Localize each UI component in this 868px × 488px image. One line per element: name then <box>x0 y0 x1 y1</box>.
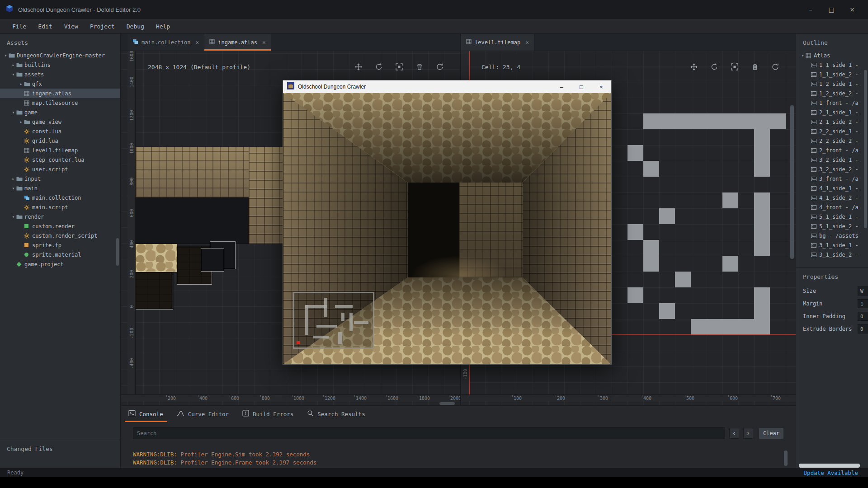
asset-item-render[interactable]: ▾ render <box>0 212 120 221</box>
asset-item-game-view[interactable]: ▸ game_view <box>0 117 120 127</box>
atlas-image-thumbnail[interactable] <box>136 147 249 197</box>
minimize-button[interactable]: – <box>800 0 821 19</box>
outline-item-2-2-side-1[interactable]: 2_2_side_1 - <box>796 127 868 136</box>
vertical-scrollbar[interactable] <box>790 105 794 259</box>
asset-item-input[interactable]: ▸ input <box>0 174 120 183</box>
clear-button[interactable]: Clear <box>759 427 784 439</box>
menu-file[interactable]: File <box>6 19 32 33</box>
outline-item-3-front-a[interactable]: 3_front - /a <box>796 174 868 183</box>
chevron-down-icon[interactable]: ▾ <box>3 53 9 58</box>
asset-item-const-lua[interactable]: const.lua <box>0 127 120 136</box>
asset-item-custom-render[interactable]: custom.render <box>0 221 120 231</box>
asset-item-main-collection[interactable]: main.collection <box>0 193 120 202</box>
outline-item-bg-assets[interactable]: bg - /assets <box>796 231 868 240</box>
search-next-button[interactable]: › <box>743 428 753 439</box>
asset-item-grid-lua[interactable]: grid.lua <box>0 136 120 145</box>
game-close-button[interactable]: × <box>591 80 611 93</box>
chevron-down-icon[interactable]: ▾ <box>10 110 16 115</box>
bottom-tab-curve-editor[interactable]: Curve Editor <box>177 406 229 422</box>
asset-item-game-project[interactable]: game.project <box>0 259 120 269</box>
update-available-link[interactable]: Update Available <box>804 469 858 476</box>
frame-tool-button[interactable] <box>729 62 741 74</box>
asset-item-level1-tilemap[interactable]: level1.tilemap <box>0 145 120 155</box>
rotate-tool-button[interactable] <box>708 62 720 74</box>
game-viewport[interactable] <box>283 93 611 364</box>
tab-ingame-atlas[interactable]: ingame.atlas × <box>204 34 271 51</box>
chevron-down-icon[interactable]: ▾ <box>800 53 806 58</box>
title-bar[interactable]: Oldschool Dungeon Crawler - Defold Edito… <box>0 0 868 19</box>
chevron-down-icon[interactable]: ▾ <box>10 214 16 219</box>
outline-scrollbar[interactable] <box>864 70 867 228</box>
asset-item-assets[interactable]: ▾ assets <box>0 70 120 79</box>
maximize-button[interactable]: □ <box>821 0 842 19</box>
move-tool-button[interactable] <box>353 62 364 74</box>
tab-close-icon[interactable]: × <box>525 39 529 46</box>
outline-item-4-1-side-2[interactable]: 4_1_side_2 - <box>796 193 868 202</box>
bottom-tab-search-results[interactable]: Search Results <box>307 406 365 422</box>
bottom-tab-build-errors[interactable]: Build Errors <box>242 406 293 422</box>
close-button[interactable]: × <box>842 0 863 19</box>
chevron-down-icon[interactable]: ▾ <box>10 72 16 77</box>
asset-item-main-script[interactable]: main.script <box>0 202 120 212</box>
menu-edit[interactable]: Edit <box>32 19 58 33</box>
outline-item-2-2-side-2[interactable]: 2_2_side_2 - <box>796 136 868 145</box>
property-field[interactable]: 0 <box>858 324 868 333</box>
atlas-image-thumbnail[interactable] <box>136 244 177 272</box>
console-scrollbar[interactable] <box>784 450 788 466</box>
outline-item-3-1-side-2[interactable]: 3_1_side_2 - <box>796 250 868 259</box>
bottom-tab-console[interactable]: Console <box>128 406 163 422</box>
chevron-right-icon[interactable]: ▸ <box>18 119 24 124</box>
asset-item-user-script[interactable]: user.script <box>0 164 120 174</box>
outline-item-3-2-side-1[interactable]: 3_2_side_1 - <box>796 155 868 164</box>
atlas-image-thumbnail[interactable] <box>136 272 173 309</box>
asset-item-game[interactable]: ▾ game <box>0 108 120 117</box>
atlas-image-thumbnail[interactable] <box>201 249 224 271</box>
outline-item-1-2-side-2[interactable]: 1_2_side_2 - <box>796 89 868 98</box>
outline-item-2-front-a[interactable]: 2_front - /a <box>796 145 868 155</box>
chevron-right-icon[interactable]: ▸ <box>10 62 16 67</box>
property-field[interactable]: W <box>858 286 868 296</box>
frame-tool-button[interactable] <box>393 62 405 74</box>
chevron-right-icon[interactable]: ▸ <box>18 81 24 86</box>
refresh-tool-button[interactable] <box>769 62 781 74</box>
tab-close-icon[interactable]: × <box>195 39 199 46</box>
outline-item-1-front-a[interactable]: 1_front - /a <box>796 98 868 108</box>
refresh-tool-button[interactable] <box>434 62 446 74</box>
search-prev-button[interactable]: ‹ <box>729 428 739 439</box>
chevron-down-icon[interactable]: ▾ <box>10 186 16 191</box>
outline-item-2-1-side-2[interactable]: 2_1_side_2 - <box>796 117 868 127</box>
console-search-input[interactable] <box>133 427 725 439</box>
outline-root-atlas[interactable]: ▾ Atlas <box>796 51 868 60</box>
asset-item-gfx[interactable]: ▸ gfx <box>0 79 120 89</box>
game-window-title-bar[interactable]: Oldschool Dungeon Crawler – □ × <box>283 80 611 93</box>
menu-view[interactable]: View <box>58 19 84 33</box>
asset-item-step-counter-lua[interactable]: step_counter.lua <box>0 155 120 164</box>
outline-item-3-1-side-1[interactable]: 3_1_side_1 - <box>796 240 868 250</box>
asset-item-custom-render-script[interactable]: custom.render_script <box>0 231 120 240</box>
move-tool-button[interactable] <box>688 62 700 74</box>
tab-main-collection[interactable]: main.collection × <box>127 34 204 51</box>
asset-item-sprite-fp[interactable]: sprite.fp <box>0 240 120 250</box>
property-field[interactable]: 0 <box>858 312 868 321</box>
outline-item-5-1-side-2[interactable]: 5_1_side_2 - <box>796 221 868 231</box>
tab-level1-tilemap[interactable]: level1.tilemap × <box>461 34 534 51</box>
outline-item-2-1-side-1[interactable]: 2_1_side_1 - <box>796 108 868 117</box>
assets-scrollbar[interactable] <box>116 238 119 266</box>
trash-tool-button[interactable] <box>749 62 761 74</box>
outline-item-5-1-side-1[interactable]: 5_1_side_1 - <box>796 212 868 221</box>
trash-tool-button[interactable] <box>414 62 425 74</box>
horizontal-scrollbar[interactable] <box>439 402 455 405</box>
asset-item-dungeoncrawlerengine-master[interactable]: ▾ DungeonCrawlerEngine-master <box>0 51 120 60</box>
outline-item-3-2-side-2[interactable]: 3_2_side_2 - <box>796 164 868 174</box>
outline-item-1-1-side-1[interactable]: 1_1_side_1 - <box>796 60 868 70</box>
asset-item-ingame-atlas[interactable]: ingame.atlas <box>0 89 120 98</box>
asset-item-builtins[interactable]: ▸ builtins <box>0 60 120 70</box>
asset-item-main[interactable]: ▾ main <box>0 183 120 193</box>
property-field[interactable]: 1 <box>858 299 868 308</box>
atlas-image-thumbnail[interactable] <box>136 197 249 244</box>
game-maximize-button[interactable]: □ <box>571 80 591 93</box>
tab-close-icon[interactable]: × <box>262 39 266 46</box>
menu-help[interactable]: Help <box>150 19 176 33</box>
chevron-right-icon[interactable]: ▸ <box>10 176 16 181</box>
outline-item-4-1-side-1[interactable]: 4_1_side_1 - <box>796 183 868 193</box>
